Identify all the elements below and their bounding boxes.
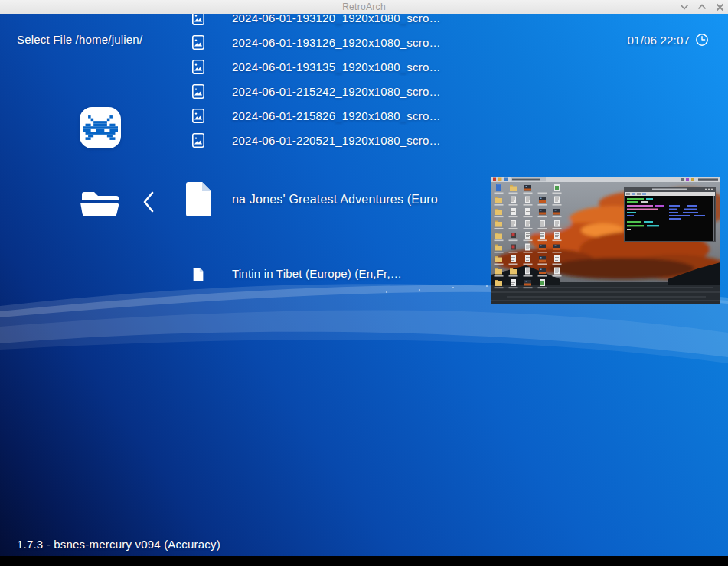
image-file-icon	[192, 133, 204, 148]
window-controls	[680, 0, 724, 14]
file-icon	[193, 268, 204, 281]
status-bar-text: 1.7.3 - bsnes-mercury v094 (Accuracy)	[17, 538, 220, 551]
window-title: RetroArch	[342, 2, 386, 12]
file-name: 2024-06-01-193135_1920x1080_scro…	[232, 60, 441, 73]
image-file-icon	[192, 109, 204, 123]
file-list-item[interactable]: 2024-06-01-215242_1920x1080_scro…	[0, 79, 728, 103]
file-list-item[interactable]: 2024-06-01-193126_1920x1080_scro…	[0, 30, 728, 54]
file-name: 2024-06-01-193126_1920x1080_scro…	[232, 36, 441, 49]
file-name: 2024-06-01-215826_1920x1080_scro…	[232, 109, 441, 122]
next-file-label[interactable]: Tintin in Tibet (Europe) (En,Fr,…	[232, 267, 402, 280]
retroarch-screen: Select File /home/julien/ 01/06 22:07 20…	[0, 14, 728, 556]
image-file-icon	[192, 60, 204, 74]
window-titlebar: RetroArch	[0, 0, 728, 14]
maximize-icon[interactable]	[697, 2, 707, 11]
file-list-item[interactable]: 2024-06-01-193120_1920x1080_scro…	[0, 14, 728, 30]
bottom-black-bar	[0, 556, 728, 566]
thumbnail-image	[491, 177, 720, 304]
file-list-item[interactable]: 2024-06-01-193135_1920x1080_scro…	[0, 54, 728, 79]
minimize-icon[interactable]	[680, 2, 689, 11]
file-icon-selected	[186, 182, 211, 216]
back-chevron-icon	[142, 190, 155, 213]
retroarch-invader-icon	[83, 113, 118, 142]
image-file-icon	[192, 84, 204, 99]
file-name: 2024-06-01-215242_1920x1080_scro…	[232, 85, 441, 98]
image-file-icon	[192, 14, 204, 25]
close-icon[interactable]	[715, 2, 724, 11]
selected-file-label[interactable]: na Jones' Greatest Adventures (Euro	[232, 193, 438, 207]
thumbnail-terminal-window	[624, 187, 716, 242]
file-name: 2024-06-01-193120_1920x1080_scro…	[232, 14, 441, 24]
retroarch-logo	[80, 107, 121, 148]
file-name: 2024-06-01-220521_1920x1080_scro…	[232, 134, 441, 147]
image-file-icon	[192, 35, 204, 50]
folder-open-icon	[80, 186, 121, 218]
thumbnail-taskbar	[491, 177, 720, 182]
